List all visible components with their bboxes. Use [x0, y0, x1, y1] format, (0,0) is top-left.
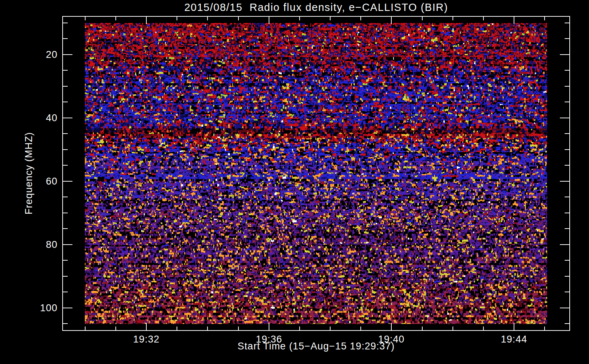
y-axis-minor-tick-right: [565, 38, 569, 39]
y-axis-minor-tick: [63, 197, 68, 197]
spectrogram-heatmap: [85, 23, 547, 324]
y-axis-minor-tick-right: [565, 86, 569, 87]
x-axis-minor-tick-top: [483, 17, 484, 20]
y-axis-minor-tick-right: [565, 102, 569, 102]
x-axis-minor-tick-top: [330, 17, 331, 20]
y-axis-minor-tick: [63, 23, 68, 23]
x-axis-minor-tick-top: [238, 17, 239, 20]
y-axis-major-tick-right: [560, 308, 569, 308]
x-axis-major-tick: [269, 323, 269, 330]
x-axis-major-tick: [514, 323, 514, 330]
y-axis-minor-tick-right: [565, 213, 569, 213]
y-axis-major-tick-right: [560, 54, 569, 55]
y-axis-minor-tick: [63, 70, 68, 71]
x-axis-major-tick: [391, 323, 392, 330]
y-axis-minor-tick: [63, 38, 68, 39]
y-axis-major-tick: [63, 54, 72, 55]
y-axis-major-tick-right: [560, 181, 569, 182]
plot-title: 2015/08/15 Radio flux density, e−CALLIST…: [62, 1, 570, 13]
y-axis-minor-tick-right: [565, 149, 569, 150]
y-axis-minor-tick: [63, 213, 68, 213]
x-axis-minor-tick: [360, 327, 361, 330]
x-axis-title: Start Time (15−Aug−15 19:29:37): [62, 341, 570, 352]
x-axis-major-tick-top: [514, 17, 514, 24]
x-axis-minor-tick: [299, 327, 300, 330]
x-axis-minor-tick: [330, 327, 331, 330]
y-tick-label: 20: [7, 48, 58, 61]
x-axis-minor-tick: [115, 327, 116, 330]
x-axis-major-tick-top: [391, 17, 392, 24]
y-axis-major-tick-right: [560, 244, 569, 245]
x-axis-minor-tick-top: [85, 17, 86, 20]
x-axis-minor-tick: [85, 327, 86, 330]
y-axis-minor-tick-right: [565, 276, 569, 277]
y-axis-minor-tick-right: [565, 292, 569, 292]
x-axis-minor-tick: [483, 327, 484, 330]
x-axis-major-tick-top: [269, 17, 269, 24]
y-axis-minor-tick: [63, 323, 68, 324]
x-axis-minor-tick: [207, 327, 208, 330]
y-axis-major-tick: [63, 308, 72, 308]
y-axis-major-tick: [63, 181, 72, 182]
y-axis-minor-tick: [63, 86, 68, 87]
y-axis-minor-tick-right: [565, 23, 569, 23]
y-axis-minor-tick: [63, 149, 68, 150]
y-axis-minor-tick-right: [565, 165, 569, 166]
x-axis-minor-tick-top: [299, 17, 300, 20]
x-axis-minor-tick: [422, 327, 423, 330]
y-axis-minor-tick-right: [565, 323, 569, 324]
y-axis-major-tick: [63, 118, 72, 118]
y-axis-minor-tick: [63, 165, 68, 166]
x-axis-minor-tick-top: [452, 17, 453, 20]
x-axis-minor-tick-top: [422, 17, 423, 20]
x-axis-major-tick: [146, 323, 147, 330]
x-axis-minor-tick: [238, 327, 239, 330]
x-axis-minor-tick-top: [207, 17, 208, 20]
y-axis-major-tick: [63, 244, 72, 245]
x-axis-minor-tick-top: [177, 17, 177, 20]
x-axis-minor-tick: [177, 327, 177, 330]
x-axis-minor-tick-top: [544, 17, 545, 20]
y-axis-minor-tick-right: [565, 133, 569, 134]
y-axis-minor-tick: [63, 292, 68, 292]
y-axis-minor-tick: [63, 102, 68, 102]
y-axis-minor-tick: [63, 276, 68, 277]
y-axis-minor-tick: [63, 228, 68, 229]
y-tick-label: 100: [7, 302, 58, 314]
y-axis-minor-tick-right: [565, 260, 569, 261]
y-tick-label: 80: [7, 238, 58, 251]
x-axis-minor-tick-top: [360, 17, 361, 20]
y-tick-label: 40: [7, 112, 58, 124]
y-axis-minor-tick-right: [565, 228, 569, 229]
y-axis-minor-tick-right: [565, 70, 569, 71]
y-axis-minor-tick: [63, 133, 68, 134]
y-axis-minor-tick-right: [565, 197, 569, 197]
spectrogram-page: 2015/08/15 Radio flux density, e−CALLIST…: [0, 0, 589, 364]
x-axis-major-tick-top: [146, 17, 147, 24]
x-axis-minor-tick-top: [115, 17, 116, 20]
x-axis-minor-tick: [544, 327, 545, 330]
y-axis-title: Frequency (MHZ): [23, 132, 35, 215]
y-axis-minor-tick: [63, 260, 68, 261]
y-axis-major-tick-right: [560, 118, 569, 118]
x-axis-minor-tick: [452, 327, 453, 330]
